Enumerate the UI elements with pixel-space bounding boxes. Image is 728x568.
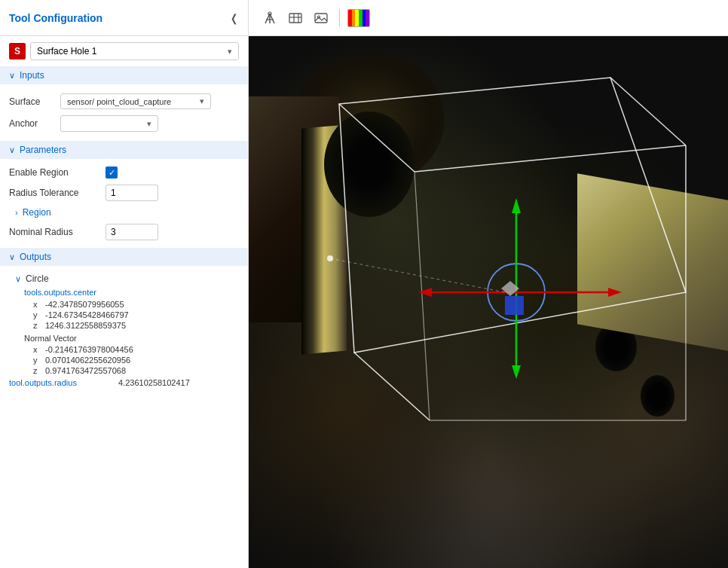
surface-field-row: Surface sensor/ point_cloud_capture ▾ xyxy=(0,90,248,112)
radius-tolerance-input[interactable] xyxy=(106,185,158,201)
radius-tolerance-row: Radius Tolerance xyxy=(0,182,248,204)
anchor-label: Anchor xyxy=(9,118,54,129)
output-z-row: z 1246.3122558859375 xyxy=(0,320,248,331)
ny-value: 0.07014062255620956 xyxy=(45,356,130,365)
output-ny-row: y 0.07014062255620956 xyxy=(0,355,248,365)
circle-chevron: ∨ xyxy=(15,274,21,284)
center-link[interactable]: tools.outputs.center xyxy=(24,288,96,297)
parameters-section-header[interactable]: ∨ Parameters xyxy=(0,141,248,159)
z-value: 1246.3122558859375 xyxy=(45,321,126,330)
outputs-label: Outputs xyxy=(20,252,51,262)
parameters-chevron: ∨ xyxy=(9,145,15,155)
nx-value: -0.21461763978004456 xyxy=(45,345,133,354)
color-palette-icon[interactable] xyxy=(347,9,370,27)
inputs-label: Inputs xyxy=(20,70,44,81)
nx-label: x xyxy=(33,345,45,354)
region-chevron: › xyxy=(15,208,18,217)
viewport[interactable] xyxy=(249,36,728,568)
collapse-button[interactable]: ❮ xyxy=(231,12,238,24)
nz-value: 0.9741763472557068 xyxy=(45,366,126,375)
svg-rect-5 xyxy=(289,14,301,23)
tool-icon-s: S xyxy=(9,43,26,60)
radius-tolerance-label: Radius Tolerance xyxy=(9,188,99,198)
anchor-field-row: Anchor ▾ xyxy=(0,112,248,135)
enable-region-row: Enable Region ✓ xyxy=(0,163,248,182)
table-icon[interactable] xyxy=(285,8,306,29)
tripod-icon[interactable] xyxy=(259,8,280,29)
output-nz-row: z 0.9741763472557068 xyxy=(0,365,248,376)
anchor-dropdown[interactable]: ▾ xyxy=(60,115,158,132)
outputs-section: ∨ Circle tools.outputs.center x -42.3478… xyxy=(0,266,248,394)
nominal-radius-input[interactable] xyxy=(106,224,158,240)
output-x-row: x -42.34785079956055 xyxy=(0,299,248,310)
output-nx-row: x -0.21461763978004456 xyxy=(0,344,248,355)
output-y-row: y -124.67345428466797 xyxy=(0,310,248,320)
x-value: -42.34785079956055 xyxy=(45,300,124,309)
outputs-chevron: ∨ xyxy=(9,252,15,262)
normal-vector-label: Normal Vector xyxy=(24,334,77,343)
radius-key: tool.outputs.radius xyxy=(9,378,118,387)
radius-value: 4.23610258102417 xyxy=(118,378,190,387)
surface-dropdown[interactable]: sensor/ point_cloud_capture ▾ xyxy=(60,93,211,109)
image-icon[interactable] xyxy=(310,8,332,29)
tool-selector-row: S Surface Hole 1 ▾ xyxy=(0,36,248,66)
inputs-chevron: ∨ xyxy=(9,71,15,81)
left-panel: S Surface Hole 1 ▾ ∨ Inputs Surface sens… xyxy=(0,36,249,568)
toolbar-separator xyxy=(339,9,340,27)
parameters-label: Parameters xyxy=(20,145,66,155)
y-value: -124.67345428466797 xyxy=(45,310,129,319)
circle-label: Circle xyxy=(26,273,49,284)
x-label: x xyxy=(33,300,45,309)
metal-strip xyxy=(577,173,728,350)
normal-vector-section: Normal Vector xyxy=(0,331,248,344)
parameters-section: Enable Region ✓ Radius Tolerance › Regio… xyxy=(0,159,248,248)
circle-header[interactable]: ∨ Circle xyxy=(0,270,248,286)
panel-title: Tool Configuration xyxy=(9,12,102,24)
svg-rect-9 xyxy=(315,14,327,23)
dark-hole-left xyxy=(324,111,414,217)
y-label: y xyxy=(33,310,45,319)
inputs-section-header[interactable]: ∨ Inputs xyxy=(0,66,248,84)
ny-label: y xyxy=(33,356,45,365)
enable-region-checkbox[interactable]: ✓ xyxy=(106,166,118,179)
nz-label: z xyxy=(33,366,45,375)
radius-row: tool.outputs.radius 4.23610258102417 xyxy=(0,376,248,389)
z-label: z xyxy=(33,321,45,330)
enable-region-label: Enable Region xyxy=(9,167,99,178)
inputs-section: Surface sensor/ point_cloud_capture ▾ An… xyxy=(0,84,248,141)
nominal-radius-row: Nominal Radius xyxy=(0,221,248,243)
region-label: Region xyxy=(23,207,51,218)
nominal-radius-label: Nominal Radius xyxy=(9,227,99,237)
surface-label: Surface xyxy=(9,96,54,107)
region-row[interactable]: › Region xyxy=(0,204,248,221)
dark-hole-right2 xyxy=(641,375,674,417)
outputs-section-header[interactable]: ∨ Outputs xyxy=(0,248,248,266)
tool-name-dropdown[interactable]: Surface Hole 1 ▾ xyxy=(30,42,239,60)
